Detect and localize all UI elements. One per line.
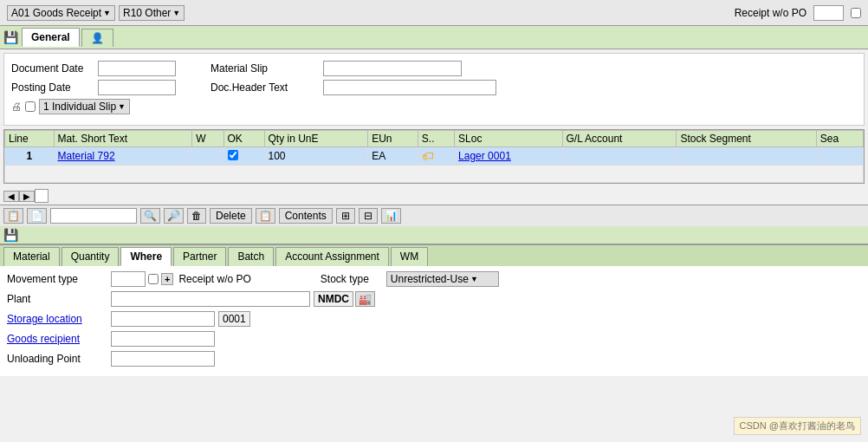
- col-line: Line: [5, 131, 55, 147]
- storage-location-code: 0001: [218, 311, 250, 327]
- layout-icon[interactable]: ⊟: [359, 208, 378, 224]
- movement-plus-btn[interactable]: +: [161, 273, 173, 285]
- tab-wm-label: WM: [400, 250, 418, 263]
- document-date-input[interactable]: 2022.04.11: [98, 61, 176, 76]
- document-date-row: Document Date 2022.04.11: [11, 61, 176, 76]
- slip-arrow: ▼: [118, 102, 126, 111]
- sloc-link[interactable]: Lager 0001: [458, 150, 511, 162]
- line-items-table-container: Line Mat. Short Text W OK Qty in UnE EUn…: [3, 129, 865, 184]
- material-slip-input[interactable]: [323, 61, 462, 76]
- goods-recipient-input[interactable]: [111, 331, 215, 347]
- right-form: Material Slip Doc.Header Text: [211, 61, 496, 118]
- cell-eun: EA: [368, 147, 418, 166]
- material-link[interactable]: Material 792: [58, 150, 115, 162]
- plant-input[interactable]: NM group DC1: [111, 291, 310, 307]
- receipt-input[interactable]: 501: [813, 5, 844, 21]
- table-row[interactable]: 1 Material 792 100 EA 🏷 Lager 0001: [5, 147, 864, 166]
- stock-type-label: Stock type: [321, 273, 369, 285]
- scroll-right[interactable]: ▶: [19, 191, 35, 202]
- receipt-checkbox[interactable]: [851, 8, 861, 18]
- goods-recipient-row: Goods recipient: [7, 331, 861, 347]
- tab-partner[interactable]: Partner: [173, 247, 226, 266]
- movement-type-label: Movement type: [7, 273, 111, 285]
- cell-qty: 100: [264, 147, 368, 166]
- slip-dropdown[interactable]: 1 Individual Slip ▼: [39, 99, 130, 114]
- left-form: Document Date 2022.04.11 Posting Date 20…: [11, 61, 176, 118]
- transaction-dropdown[interactable]: A01 Goods Receipt ▼: [7, 5, 115, 21]
- print-icon: 🖨: [11, 101, 22, 113]
- movement-type-row: Movement type 501 + Receipt w/o PO Stock…: [7, 271, 861, 287]
- posting-date-input[interactable]: 2022.04.11: [98, 80, 176, 95]
- doc-header-row: Doc.Header Text: [211, 80, 496, 95]
- contents-button[interactable]: Contents: [279, 208, 333, 224]
- col-sloc: SLoc: [455, 131, 562, 147]
- detail-section-header: 💾: [0, 226, 868, 244]
- col-s: S..: [418, 131, 454, 147]
- tab-general[interactable]: General: [22, 28, 80, 47]
- tab-material-label: Material: [13, 250, 50, 263]
- plant-row: Plant NM group DC1 NMDC 🏭: [7, 291, 861, 307]
- tab-quantity-label: Quantity: [71, 250, 110, 263]
- stock-type-value: Unrestricted-Use: [391, 273, 469, 285]
- export-icon[interactable]: 📊: [381, 208, 401, 224]
- material-slip-row: Material Slip: [211, 61, 496, 76]
- add-row-icon[interactable]: 📋: [3, 208, 23, 224]
- transaction-arrow: ▼: [103, 9, 111, 17]
- copy-icon[interactable]: 📋: [256, 208, 275, 224]
- movement-checkbox[interactable]: [148, 274, 159, 284]
- toolbar-input[interactable]: [50, 208, 137, 224]
- tab-account-assignment[interactable]: Account Assignment: [275, 247, 389, 266]
- source-dropdown[interactable]: R10 Other ▼: [119, 5, 185, 21]
- tab-general-label: General: [31, 31, 70, 43]
- col-eun: EUn: [368, 131, 418, 147]
- unloading-point-input[interactable]: [111, 351, 215, 367]
- line-items-table: Line Mat. Short Text W OK Qty in UnE EUn…: [4, 130, 864, 183]
- tab-vendor-icon: 👤: [91, 32, 104, 44]
- tab-wm[interactable]: WM: [391, 247, 428, 266]
- receipt-label: Receipt w/o PO: [735, 7, 806, 19]
- doc-header-input[interactable]: [323, 80, 496, 95]
- storage-location-label[interactable]: Storage location: [7, 313, 111, 325]
- top-bar: A01 Goods Receipt ▼ R10 Other ▼ Receipt …: [0, 0, 868, 26]
- section-header: 💾 General 👤: [0, 26, 868, 49]
- search-icon[interactable]: 🔍: [140, 208, 160, 224]
- scroll-input[interactable]: [35, 189, 49, 203]
- cell-sea: [816, 147, 863, 166]
- grid-icon[interactable]: ⊞: [336, 208, 355, 224]
- scroll-left[interactable]: ◀: [3, 191, 19, 202]
- trash-icon[interactable]: 🗑: [187, 208, 206, 224]
- table-header-row: Line Mat. Short Text W OK Qty in UnE EUn…: [5, 131, 864, 147]
- cell-stock-seg: [677, 147, 816, 166]
- slip-checkbox[interactable]: [25, 101, 36, 112]
- delete-button[interactable]: Delete: [210, 208, 252, 224]
- tab-material[interactable]: Material: [3, 247, 60, 266]
- goods-recipient-label[interactable]: Goods recipient: [7, 333, 111, 345]
- tab-where-label: Where: [130, 250, 162, 263]
- slip-label: 1 Individual Slip: [43, 101, 116, 113]
- unloading-point-label: Unloading Point: [7, 353, 111, 365]
- posting-date-row: Posting Date 2022.04.11: [11, 80, 176, 95]
- tab-batch[interactable]: Batch: [228, 247, 274, 266]
- tab-quantity[interactable]: Quantity: [62, 247, 120, 266]
- storage-location-row: Storage location Lager 0001 0001: [7, 311, 861, 327]
- plant-icon[interactable]: 🏭: [355, 291, 375, 307]
- tab-where[interactable]: Where: [120, 247, 172, 266]
- col-gl: G/L Account: [562, 131, 677, 147]
- detail-tab-strip: Material Quantity Where Partner Batch Ac…: [0, 244, 868, 266]
- table-row-empty: [5, 166, 864, 183]
- col-mat-short: Mat. Short Text: [54, 131, 192, 147]
- plant-label: Plant: [7, 293, 111, 305]
- movement-type-input[interactable]: 501: [111, 271, 146, 287]
- col-sea: Sea: [816, 131, 863, 147]
- search2-icon[interactable]: 🔎: [164, 208, 184, 224]
- details-icon[interactable]: 📄: [27, 208, 47, 224]
- ok-checkbox[interactable]: [228, 150, 238, 160]
- source-label: R10 Other: [123, 7, 171, 19]
- stock-type-dropdown[interactable]: Unrestricted-Use ▼: [386, 271, 499, 287]
- doc-header-label: Doc.Header Text: [211, 81, 323, 94]
- tab-vendor[interactable]: 👤: [81, 29, 113, 47]
- cell-sloc: Lager 0001: [455, 147, 562, 166]
- col-stock-seg: Stock Segment: [677, 131, 816, 147]
- storage-location-input[interactable]: Lager 0001: [111, 311, 215, 327]
- col-qty: Qty in UnE: [264, 131, 368, 147]
